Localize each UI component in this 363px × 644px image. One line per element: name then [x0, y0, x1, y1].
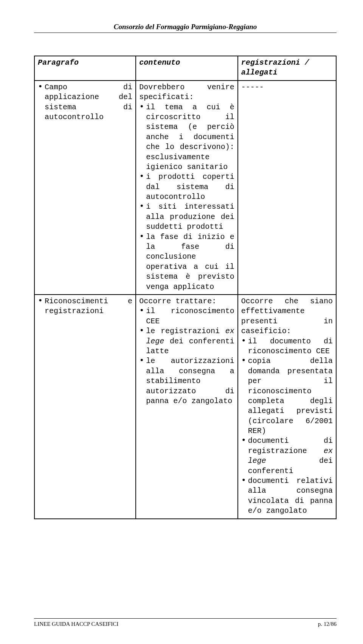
- reg-item: documenti di registrazione ex lege dei c…: [241, 436, 333, 476]
- th-registrazioni: registrazioni / allegati: [238, 56, 336, 81]
- content-item: le registrazioni ex lege dei conferenti …: [139, 326, 234, 356]
- content-item: la fase di inizio e la fase di conclusio…: [139, 232, 234, 292]
- reg-lead: Occorre che siano effettivamente present…: [241, 296, 333, 337]
- reg-text: -----: [241, 82, 333, 92]
- reg-item: il documento di riconoscimento CEE: [241, 337, 333, 357]
- cell-paragraph: Campo di applicazione del sistema di aut…: [34, 81, 136, 295]
- content-item: il tema a cui è circoscritto il sistema …: [139, 102, 234, 172]
- paragraph-item: Riconoscimenti e registrazioni: [38, 296, 132, 317]
- content-item: i prodotti coperti dal sistema di autoco…: [139, 172, 234, 202]
- paragraph-item: Campo di applicazione del sistema di aut…: [38, 82, 132, 123]
- header-rule: [34, 33, 337, 33]
- content-item: il riconoscimento CEE: [139, 306, 234, 326]
- content-text: le autorizzazioni alla consegna a stabil…: [146, 357, 234, 405]
- content-lead: Occorre trattare:: [139, 296, 234, 306]
- page-header: Consorzio del Formaggio Parmigiano-Reggi…: [34, 23, 337, 31]
- cell-content: Occorre trattare: il riconoscimento CEE …: [136, 295, 238, 519]
- th-paragrafo: Paragrafo: [34, 56, 136, 81]
- cell-reg: -----: [238, 81, 336, 295]
- footer-right: p. 12/86: [318, 621, 337, 627]
- main-table: Paragrafo contenuto registrazioni / alle…: [34, 56, 337, 519]
- footer-left: LINEE GUIDA HACCP CASEIFICI: [34, 621, 118, 627]
- table-row: Riconoscimenti e registrazioni Occorre t…: [34, 295, 336, 519]
- reg-text: documenti di registrazione: [248, 436, 333, 455]
- cell-reg: Occorre che siano effettivamente present…: [238, 295, 336, 519]
- reg-text: copia della domanda presentata per il ri…: [248, 357, 333, 435]
- page-footer: LINEE GUIDA HACCP CASEIFICI p. 12/86: [34, 618, 337, 627]
- content-item: le autorizzazioni alla consegna a stabil…: [139, 356, 234, 406]
- reg-item: documenti relativi alla consegna vincola…: [241, 476, 333, 516]
- footer-rule: [34, 618, 337, 619]
- table-row: Campo di applicazione del sistema di aut…: [34, 81, 336, 295]
- reg-text: il documento di riconoscimento CEE: [248, 337, 333, 355]
- reg-item: copia della domanda presentata per il ri…: [241, 356, 333, 436]
- cell-paragraph: Riconoscimenti e registrazioni: [34, 295, 136, 519]
- table-header-row: Paragrafo contenuto registrazioni / alle…: [34, 56, 336, 81]
- paragraph-text: Riconoscimenti e registrazioni: [45, 297, 132, 315]
- reg-text: documenti relativi alla consegna vincola…: [248, 476, 333, 515]
- content-text: le registrazioni: [146, 327, 225, 335]
- content-text: il riconoscimento CEE: [146, 307, 234, 325]
- th-contenuto: contenuto: [136, 56, 238, 81]
- cell-content: Dovrebbero venire specificati: il tema a…: [136, 81, 238, 295]
- content-item: i siti interessati alla produzione dei s…: [139, 202, 234, 232]
- content-lead: Dovrebbero venire specificati:: [139, 82, 234, 102]
